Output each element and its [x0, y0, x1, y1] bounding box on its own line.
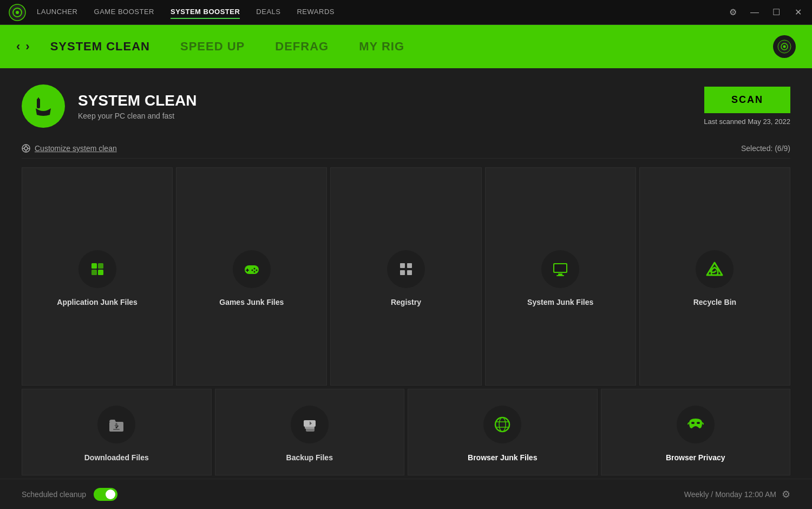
- selected-count: Selected: (6/9): [741, 144, 790, 153]
- grid-row-2: Downloaded Files Backup Files: [22, 389, 790, 475]
- recycle-bin-icon-circle: [696, 250, 734, 288]
- browser-junk-icon: [492, 414, 513, 435]
- system-junk-icon: [550, 259, 571, 279]
- grid-item-backup[interactable]: Backup Files: [215, 389, 405, 475]
- title-bar: LAUNCHER GAME BOOSTER SYSTEM BOOSTER DEA…: [0, 0, 812, 25]
- scheduled-toggle[interactable]: [94, 488, 117, 501]
- svg-point-5: [783, 45, 786, 48]
- svg-marker-33: [707, 263, 722, 275]
- header-right: SCAN Last scanned May 23, 2022: [704, 87, 790, 126]
- svg-point-24: [251, 269, 253, 271]
- nav-forward-arrow[interactable]: ›: [25, 40, 29, 54]
- scan-button[interactable]: SCAN: [704, 87, 790, 113]
- grid-item-browser-junk[interactable]: Browser Junk Files: [408, 389, 598, 475]
- downloaded-label: Downloaded Files: [84, 453, 149, 462]
- svg-rect-31: [558, 273, 562, 275]
- grid-item-browser-privacy[interactable]: Browser Privacy: [601, 389, 791, 475]
- games-junk-label: Games Junk Files: [219, 298, 284, 306]
- grid-item-app-junk[interactable]: Application Junk Files: [22, 167, 173, 386]
- system-junk-icon-circle: [541, 250, 579, 288]
- nav-bar: ‹ › SYSTEM CLEAN SPEED UP DEFRAG MY RIG: [0, 25, 812, 68]
- svg-point-9: [24, 147, 28, 150]
- tab-my-rig[interactable]: MY RIG: [344, 40, 420, 54]
- games-junk-icon-circle: [233, 250, 271, 288]
- recycle-bin-icon: [704, 259, 725, 279]
- backup-icon-circle: [291, 406, 329, 443]
- app-junk-label: Application Junk Files: [57, 298, 137, 306]
- grid-item-games-junk[interactable]: Games Junk Files: [176, 167, 327, 386]
- nav-rewards[interactable]: REWARDS: [297, 5, 334, 19]
- svg-point-23: [253, 271, 255, 272]
- svg-rect-6: [37, 99, 40, 108]
- app-junk-icon: [87, 259, 108, 279]
- browser-privacy-icon: [685, 414, 706, 435]
- registry-icon-circle: [387, 250, 425, 288]
- svg-rect-15: [98, 263, 103, 269]
- minimize-button[interactable]: —: [749, 7, 760, 18]
- nav-system-booster[interactable]: SYSTEM BOOSTER: [171, 5, 240, 19]
- schedule-right: Weekly / Monday 12:00 AM ⚙: [684, 488, 790, 500]
- customize-icon: [22, 144, 30, 153]
- svg-rect-27: [400, 270, 405, 275]
- nav-deals[interactable]: DEALS: [256, 5, 280, 19]
- scheduled-label: Scheduled cleanup: [22, 490, 86, 499]
- last-scanned-date: May 23, 2022: [748, 118, 790, 126]
- last-scanned-prefix: Last scanned: [704, 118, 745, 126]
- svg-rect-32: [556, 275, 564, 276]
- svg-rect-39: [116, 423, 117, 427]
- nav-launcher[interactable]: LAUNCHER: [37, 5, 78, 19]
- backup-label: Backup Files: [286, 453, 333, 462]
- title-nav: LAUNCHER GAME BOOSTER SYSTEM BOOSTER DEA…: [37, 5, 728, 19]
- svg-rect-7: [38, 97, 39, 100]
- svg-point-21: [253, 267, 255, 269]
- page-header: SYSTEM CLEAN Keep your PC clean and fast…: [22, 84, 790, 128]
- svg-rect-14: [91, 263, 97, 269]
- browser-privacy-label: Browser Privacy: [666, 453, 725, 462]
- page-title: SYSTEM CLEAN: [78, 92, 197, 109]
- schedule-gear-icon[interactable]: ⚙: [782, 488, 790, 500]
- customize-bar: Customize system clean Selected: (6/9): [22, 144, 790, 159]
- page-header-text: SYSTEM CLEAN Keep your PC clean and fast: [78, 92, 197, 120]
- maximize-button[interactable]: ☐: [771, 7, 782, 18]
- svg-point-2: [16, 11, 19, 14]
- app-logo: [9, 4, 26, 21]
- nav-logo-right: [773, 35, 796, 58]
- schedule-text: Weekly / Monday 12:00 AM: [684, 490, 776, 499]
- last-scanned: Last scanned May 23, 2022: [704, 118, 790, 126]
- recycle-bin-label: Recycle Bin: [693, 298, 736, 306]
- downloaded-icon-circle: [97, 406, 135, 443]
- tab-system-clean[interactable]: SYSTEM CLEAN: [35, 40, 165, 54]
- browser-privacy-icon-circle: [677, 406, 715, 443]
- svg-point-50: [697, 422, 700, 424]
- backup-icon: [299, 414, 320, 435]
- page-icon: [22, 84, 65, 128]
- svg-point-46: [499, 417, 506, 432]
- svg-rect-28: [407, 270, 412, 275]
- close-button[interactable]: ✕: [793, 7, 803, 18]
- registry-label: Registry: [391, 298, 421, 306]
- nav-back-arrow[interactable]: ‹: [16, 40, 20, 54]
- grid-item-downloaded[interactable]: Downloaded Files: [22, 389, 212, 475]
- grid-row-1: Application Junk Files Games Junk Files: [22, 167, 790, 386]
- nav-game-booster[interactable]: GAME BOOSTER: [94, 5, 154, 19]
- svg-rect-20: [246, 270, 249, 271]
- svg-rect-17: [98, 270, 103, 275]
- tab-defrag[interactable]: DEFRAG: [260, 40, 344, 54]
- customize-link[interactable]: Customize system clean: [22, 144, 117, 153]
- grid-item-system-junk[interactable]: System Junk Files: [485, 167, 636, 386]
- settings-icon[interactable]: ⚙: [728, 7, 738, 18]
- svg-point-22: [256, 269, 257, 271]
- svg-point-45: [495, 417, 509, 432]
- bottom-bar: Scheduled cleanup Weekly / Monday 12:00 …: [0, 479, 812, 509]
- browser-junk-icon-circle: [483, 406, 521, 443]
- registry-icon: [396, 259, 416, 279]
- svg-rect-40: [113, 429, 120, 430]
- svg-point-49: [691, 422, 695, 424]
- games-junk-icon: [241, 259, 262, 279]
- tab-speed-up[interactable]: SPEED UP: [165, 40, 260, 54]
- grid-item-registry[interactable]: Registry: [330, 167, 481, 386]
- svg-rect-26: [407, 263, 412, 268]
- customize-text: Customize system clean: [35, 144, 117, 153]
- grid-item-recycle-bin[interactable]: Recycle Bin: [639, 167, 790, 386]
- svg-rect-30: [554, 264, 566, 272]
